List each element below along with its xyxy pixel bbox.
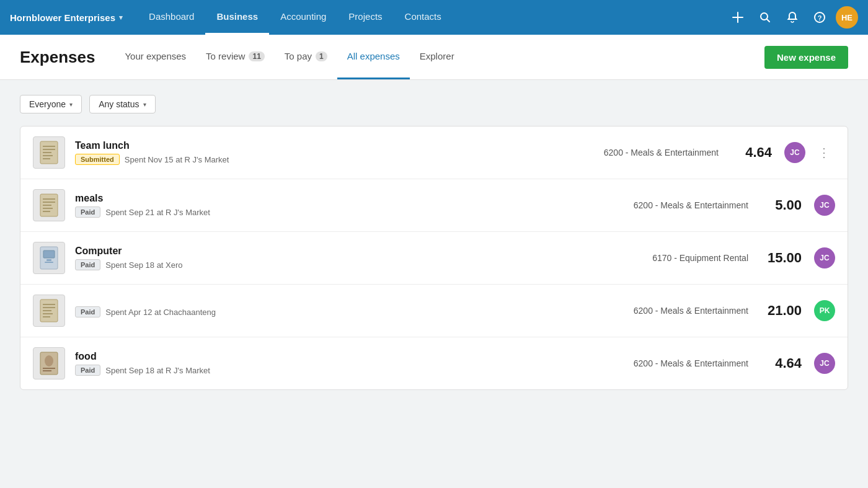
new-expense-button[interactable]: New expense xyxy=(764,46,848,69)
expense-category: 6200 - Meals & Entertainment xyxy=(634,200,748,210)
receipt-icon xyxy=(39,140,59,165)
expense-row[interactable]: food Paid Spent Sep 18 at R J's Market 6… xyxy=(20,337,848,389)
svg-point-26 xyxy=(45,355,53,366)
tab-to-review[interactable]: To review 11 xyxy=(196,35,275,79)
expense-meta: Paid Spent Sep 21 at R J's Market xyxy=(75,206,624,218)
nav-item-business[interactable]: Business xyxy=(205,0,269,35)
tab-all-expenses-label: All expenses xyxy=(347,51,400,61)
nav-item-dashboard[interactable]: Dashboard xyxy=(138,0,205,35)
top-navigation: Hornblower Enterprises ▾ Dashboard Busin… xyxy=(0,0,868,35)
tab-your-expenses-label: Your expenses xyxy=(125,51,186,61)
status-badge: Paid xyxy=(75,306,100,317)
avatar: JC xyxy=(814,195,835,216)
status-badge: Paid xyxy=(75,365,100,376)
receipt-thumbnail xyxy=(33,189,65,221)
expense-right-section: 6170 - Equipment Rental 15.00 JC xyxy=(652,247,835,268)
expense-meta: Paid Spent Sep 18 at R J's Market xyxy=(75,365,624,376)
receipt-icon xyxy=(39,246,59,270)
subheader: Expenses Your expenses To review 11 To p… xyxy=(0,35,868,80)
receipt-icon xyxy=(39,298,59,323)
nav-item-accounting[interactable]: Accounting xyxy=(269,0,337,35)
status-chevron-icon: ▾ xyxy=(143,101,146,108)
everyone-filter[interactable]: Everyone ▾ xyxy=(20,95,82,113)
notifications-icon-button[interactable] xyxy=(781,6,804,29)
expense-detail: Spent Apr 12 at Chachaanteng xyxy=(105,308,216,317)
status-badge: Submitted xyxy=(75,154,120,165)
expense-info: Computer Paid Spent Sep 18 at Xero xyxy=(75,246,642,270)
tab-to-pay-badge: 1 xyxy=(316,51,327,61)
receipt-thumbnail xyxy=(33,347,65,379)
brand-logo[interactable]: Hornblower Enterprises ▾ xyxy=(10,12,123,23)
expense-detail: Spent Sep 21 at R J's Market xyxy=(105,208,210,217)
expense-right-section: 6200 - Meals & Entertainment 4.64 JC xyxy=(634,353,835,374)
expense-detail: Spent Sep 18 at Xero xyxy=(105,260,182,270)
expense-row[interactable]: meals Paid Spent Sep 21 at R J's Market … xyxy=(20,179,848,232)
tab-to-pay[interactable]: To pay 1 xyxy=(275,35,337,79)
nav-item-contacts[interactable]: Contacts xyxy=(394,0,453,35)
search-icon xyxy=(760,12,771,23)
expense-list: Team lunch Submitted Spent Nov 15 at R J… xyxy=(20,126,848,390)
status-filter[interactable]: Any status ▾ xyxy=(89,95,155,113)
expense-right-section: 6200 - Meals & Entertainment 4.64 JC ⋮ xyxy=(604,142,835,163)
add-icon-button[interactable] xyxy=(727,6,749,29)
svg-rect-16 xyxy=(43,251,55,258)
expense-name: food xyxy=(75,351,624,362)
expense-amount: 5.00 xyxy=(758,197,802,213)
bell-icon xyxy=(787,12,798,23)
avatar: JC xyxy=(814,353,835,374)
expense-category: 6200 - Meals & Entertainment xyxy=(634,306,748,316)
expense-amount: 15.00 xyxy=(758,250,802,266)
page-title: Expenses xyxy=(20,35,95,79)
receipt-icon xyxy=(39,351,59,376)
receipt-thumbnail xyxy=(33,242,65,274)
help-icon: ? xyxy=(814,12,825,23)
svg-text:?: ? xyxy=(818,14,822,22)
expense-tabs: Your expenses To review 11 To pay 1 All … xyxy=(115,35,764,79)
expense-row[interactable]: Team lunch Submitted Spent Nov 15 at R J… xyxy=(20,126,848,179)
tab-to-review-badge: 11 xyxy=(249,51,264,61)
more-options-button[interactable]: ⋮ xyxy=(813,144,835,161)
tab-explorer[interactable]: Explorer xyxy=(410,35,464,79)
status-badge: Paid xyxy=(75,206,100,218)
filters-bar: Everyone ▾ Any status ▾ xyxy=(0,80,868,121)
nav-right-actions: ? HE xyxy=(727,6,858,29)
expense-detail: Spent Nov 15 at R J's Market xyxy=(125,155,229,164)
expense-right-section: 6200 - Meals & Entertainment 21.00 PK xyxy=(634,300,835,321)
status-badge: Paid xyxy=(75,259,100,270)
avatar: JC xyxy=(814,247,835,268)
expense-amount: 4.64 xyxy=(758,355,802,371)
expense-meta: Submitted Spent Nov 15 at R J's Market xyxy=(75,154,594,165)
avatar: PK xyxy=(814,300,835,321)
everyone-chevron-icon: ▾ xyxy=(69,101,73,108)
expense-name: meals xyxy=(75,193,624,204)
tab-your-expenses[interactable]: Your expenses xyxy=(115,35,196,79)
tab-to-review-label: To review xyxy=(206,51,245,61)
expense-detail: Spent Sep 18 at R J's Market xyxy=(105,366,210,375)
expense-meta: Paid Spent Apr 12 at Chachaanteng xyxy=(75,306,624,317)
tab-all-expenses[interactable]: All expenses xyxy=(337,35,410,79)
help-icon-button[interactable]: ? xyxy=(808,6,831,29)
expense-category: 6200 - Meals & Entertainment xyxy=(634,358,748,368)
svg-rect-17 xyxy=(46,259,51,261)
plus-icon xyxy=(732,12,743,23)
nav-item-projects[interactable]: Projects xyxy=(337,0,393,35)
brand-chevron-icon: ▾ xyxy=(119,14,123,22)
expense-right-section: 6200 - Meals & Entertainment 5.00 JC xyxy=(634,195,835,216)
brand-name: Hornblower Enterprises xyxy=(10,12,115,23)
svg-rect-18 xyxy=(45,262,53,263)
expense-row[interactable]: Paid Spent Apr 12 at Chachaanteng 6200 -… xyxy=(20,285,848,337)
expense-info: Paid Spent Apr 12 at Chachaanteng xyxy=(75,304,624,317)
expense-info: meals Paid Spent Sep 21 at R J's Market xyxy=(75,193,624,218)
expense-row[interactable]: Computer Paid Spent Sep 18 at Xero 6170 … xyxy=(20,232,848,285)
expense-info: food Paid Spent Sep 18 at R J's Market xyxy=(75,351,624,376)
everyone-filter-label: Everyone xyxy=(29,99,66,109)
expense-amount: 4.64 xyxy=(728,144,772,161)
tab-explorer-label: Explorer xyxy=(420,51,454,61)
expense-meta: Paid Spent Sep 18 at Xero xyxy=(75,259,642,270)
user-avatar[interactable]: HE xyxy=(836,6,858,29)
search-icon-button[interactable] xyxy=(754,6,776,29)
receipt-thumbnail xyxy=(33,295,65,327)
expense-name: Computer xyxy=(75,246,642,257)
avatar: JC xyxy=(784,142,805,163)
expense-category: 6170 - Equipment Rental xyxy=(652,253,748,263)
